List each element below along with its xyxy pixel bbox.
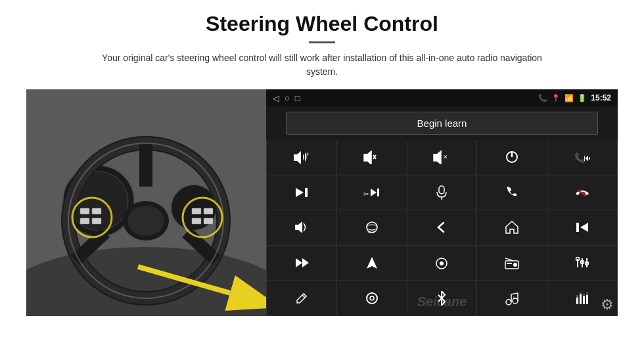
title-divider xyxy=(309,41,335,43)
svg-rect-74 xyxy=(576,298,578,304)
svg-rect-77 xyxy=(580,292,582,294)
svg-point-12 xyxy=(127,206,164,236)
back-button[interactable] xyxy=(407,210,477,245)
page-subtitle: Your original car's steering wheel contr… xyxy=(92,51,552,79)
svg-rect-46 xyxy=(576,223,579,232)
svg-rect-39 xyxy=(439,186,444,194)
svg-rect-75 xyxy=(576,295,578,298)
gear-icon[interactable]: ⚙ xyxy=(601,296,614,313)
svg-rect-19 xyxy=(92,218,101,224)
call-prev-button[interactable]: 📞⏮ xyxy=(547,140,617,175)
speaker-button[interactable] xyxy=(267,210,336,245)
svg-line-65 xyxy=(302,295,305,298)
svg-rect-56 xyxy=(507,263,512,264)
svg-marker-50 xyxy=(367,257,377,269)
svg-point-67 xyxy=(370,296,374,300)
svg-point-44 xyxy=(367,225,377,230)
controls-grid: + ✕ 📞⏮ ✂ xyxy=(266,140,618,316)
hangup-button[interactable] xyxy=(547,175,617,210)
svg-point-1 xyxy=(26,247,266,316)
svg-rect-79 xyxy=(583,294,585,296)
svg-line-72 xyxy=(511,293,518,294)
svg-text:✕: ✕ xyxy=(443,154,448,160)
svg-marker-49 xyxy=(302,258,309,267)
home-nav-icon[interactable]: ○ xyxy=(285,93,290,103)
page-container: Steering Wheel Control Your original car… xyxy=(0,0,644,360)
steering-wheel-image xyxy=(26,89,266,316)
svg-marker-47 xyxy=(580,223,588,232)
svg-text:360°: 360° xyxy=(367,230,376,234)
page-title: Steering Wheel Control xyxy=(206,12,438,36)
svg-rect-81 xyxy=(586,292,588,295)
svg-rect-20 xyxy=(192,208,201,214)
svg-text:+: + xyxy=(306,150,310,158)
mic-button[interactable] xyxy=(407,175,477,210)
edit-button[interactable] xyxy=(267,281,336,315)
svg-rect-80 xyxy=(586,295,588,304)
svg-rect-21 xyxy=(204,208,213,214)
recent-nav-icon[interactable]: □ xyxy=(295,93,300,103)
360-button[interactable]: 360° xyxy=(337,210,407,245)
mute-button[interactable]: ✕ xyxy=(407,140,477,175)
back-nav-icon[interactable]: ◁ xyxy=(273,93,279,103)
svg-rect-23 xyxy=(204,218,213,224)
home-button[interactable] xyxy=(477,210,547,245)
eq-settings-button[interactable] xyxy=(547,246,617,281)
status-bar-nav: ◁ ○ □ xyxy=(273,93,300,103)
next-track-button[interactable] xyxy=(267,175,336,210)
svg-marker-34 xyxy=(296,188,304,197)
svg-rect-76 xyxy=(580,294,582,304)
svg-point-66 xyxy=(367,293,377,304)
android-head-unit: ◁ ○ □ 📞 📍 📶 🔋 15:52 Begin learn xyxy=(266,89,618,316)
svg-marker-48 xyxy=(296,258,302,267)
svg-marker-37 xyxy=(371,189,377,196)
power-button[interactable] xyxy=(477,140,547,175)
phone-icon: 📞 xyxy=(538,94,547,102)
eject-button[interactable] xyxy=(407,246,477,281)
skip-fwd-button[interactable] xyxy=(267,246,336,281)
svg-rect-22 xyxy=(192,218,201,224)
vol-up-button[interactable]: + xyxy=(267,140,336,175)
svg-text:✂: ✂ xyxy=(363,191,369,198)
svg-point-68 xyxy=(506,300,511,305)
circle-button[interactable] xyxy=(337,281,407,315)
wifi-icon: 📶 xyxy=(564,94,574,102)
svg-text:⏮: ⏮ xyxy=(584,152,590,163)
svg-text:♪: ♪ xyxy=(513,295,515,300)
radio-button[interactable] xyxy=(477,246,547,281)
svg-rect-35 xyxy=(305,188,308,197)
music-button[interactable]: ♪ xyxy=(477,281,547,315)
status-bar-info: 📞 📍 📶 🔋 15:52 xyxy=(538,93,611,102)
svg-rect-78 xyxy=(583,296,585,304)
svg-rect-17 xyxy=(92,208,101,214)
svg-rect-18 xyxy=(80,218,89,224)
status-bar: ◁ ○ □ 📞 📍 📶 🔋 15:52 xyxy=(266,89,618,106)
vol-down-button[interactable] xyxy=(337,140,407,175)
svg-rect-38 xyxy=(377,189,379,196)
prev-track-button[interactable] xyxy=(547,210,617,245)
navigate-button[interactable] xyxy=(337,246,407,281)
svg-point-52 xyxy=(440,261,444,265)
location-icon: 📍 xyxy=(551,94,561,102)
begin-learn-button[interactable]: Begin learn xyxy=(286,112,598,135)
begin-learn-row: Begin learn xyxy=(266,106,618,140)
fast-fwd-button[interactable]: ✂ xyxy=(337,175,407,210)
svg-point-54 xyxy=(513,263,517,267)
clock: 15:52 xyxy=(591,93,611,102)
content-row: ◁ ○ □ 📞 📍 📶 🔋 15:52 Begin learn xyxy=(26,89,618,316)
call-button[interactable] xyxy=(477,175,547,210)
bluetooth-button[interactable] xyxy=(407,281,477,315)
svg-rect-16 xyxy=(80,208,89,214)
battery-icon: 🔋 xyxy=(578,94,587,102)
svg-marker-42 xyxy=(295,221,302,233)
